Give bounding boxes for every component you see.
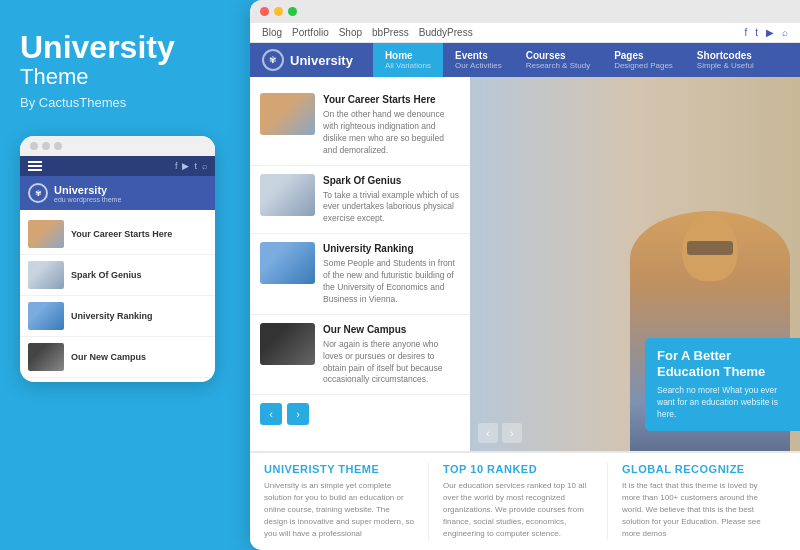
nav-sub-pages: Designed Pages: [614, 61, 673, 70]
next-button[interactable]: ›: [287, 403, 309, 425]
nav-items: Home All Variations Events Our Activitie…: [373, 43, 766, 77]
nav-label-shortcodes: Shortcodes: [697, 50, 754, 61]
bottom-text-3: It is the fact that this theme is loved …: [622, 480, 772, 540]
mobile-dot-red: [30, 142, 38, 150]
mobile-article-list: Your Career Starts Here Spark Of Genius …: [20, 210, 215, 382]
hero-card: For A Better Education Theme Search no m…: [645, 338, 800, 431]
utility-link-portfolio[interactable]: Portfolio: [292, 27, 329, 38]
article-text-1: Your Career Starts Here On the other han…: [323, 93, 460, 157]
nav-item-home[interactable]: Home All Variations: [373, 43, 443, 77]
article-title-1: Your Career Starts Here: [323, 93, 460, 106]
utility-nav-links: Blog Portfolio Shop bbPress BuddyPress: [262, 27, 473, 38]
nav-logo-area: ✾ University: [262, 43, 353, 77]
prev-button[interactable]: ‹: [260, 403, 282, 425]
mobile-item-title-1: Your Career Starts Here: [71, 229, 172, 241]
article-list: Your Career Starts Here On the other han…: [250, 77, 470, 451]
nav-item-courses[interactable]: Courses Research & Study: [514, 43, 602, 77]
article-desc-1: On the other hand we denounce with right…: [323, 109, 460, 157]
main-navigation: ✾ University Home All Variations Events …: [250, 43, 800, 77]
utility-link-blog[interactable]: Blog: [262, 27, 282, 38]
mobile-item-title-2: Spark Of Genius: [71, 270, 142, 282]
utility-twitter-icon[interactable]: t: [755, 27, 758, 38]
mobile-item-title-3: University Ranking: [71, 311, 153, 323]
mobile-browser-bar: [20, 136, 215, 156]
main-content-area: Your Career Starts Here On the other han…: [250, 77, 800, 451]
desktop-mockup: Blog Portfolio Shop bbPress BuddyPress f…: [250, 0, 800, 550]
browser-chrome: [250, 0, 800, 23]
article-thumb-3: [260, 242, 315, 284]
browser-maximize-dot[interactable]: [288, 7, 297, 16]
hero-card-text: Search no more! What you ever want for a…: [657, 385, 788, 421]
hero-area: For A Better Education Theme Search no m…: [470, 77, 800, 451]
article-item-2: Spark Of Genius To take a trivial exampl…: [250, 166, 470, 235]
mobile-social-icons: f ▶ t ⌕: [175, 161, 207, 171]
brand-subtitle-text: Theme: [20, 65, 220, 89]
mobile-nav-bar: f ▶ t ⌕: [20, 156, 215, 176]
mobile-logo-area: University edu wordpress theme: [54, 184, 121, 203]
article-item-4: Our New Campus Nor again is there anyone…: [250, 315, 470, 396]
article-text-4: Our New Campus Nor again is there anyone…: [323, 323, 460, 387]
article-thumb-1: [260, 93, 315, 135]
mobile-logo-icon: ✾: [28, 183, 48, 203]
utility-link-buddypress[interactable]: BuddyPress: [419, 27, 473, 38]
mobile-dot-green: [54, 142, 62, 150]
mobile-thumb-1: [28, 220, 64, 248]
browser-close-dot[interactable]: [260, 7, 269, 16]
nav-sub-courses: Research & Study: [526, 61, 590, 70]
utility-social-icons: f t ▶ ⌕: [744, 27, 788, 38]
bottom-text-2: Our education services ranked top 10 all…: [443, 480, 593, 540]
utility-facebook-icon[interactable]: f: [744, 27, 747, 38]
nav-item-events[interactable]: Events Our Activities: [443, 43, 514, 77]
nav-label-pages: Pages: [614, 50, 673, 61]
byline-text: By CactusThemes: [20, 95, 220, 110]
list-item: University Ranking: [20, 296, 215, 337]
brand-title: University Theme By CactusThemes: [20, 30, 220, 110]
twitter-icon[interactable]: t: [194, 161, 197, 171]
mobile-logo-bar: ✾ University edu wordpress theme: [20, 176, 215, 210]
nav-item-pages[interactable]: Pages Designed Pages: [602, 43, 685, 77]
mobile-logo-sub: edu wordpress theme: [54, 196, 121, 203]
bottom-title-3: GLOBAL RECOGNIZE: [622, 463, 772, 475]
article-desc-3: Some People and Students in front of the…: [323, 258, 460, 306]
search-icon[interactable]: ⌕: [202, 161, 207, 171]
nav-label-home: Home: [385, 50, 431, 61]
nav-sub-events: Our Activities: [455, 61, 502, 70]
nav-item-shortcodes[interactable]: Shortcodes Simple & Useful: [685, 43, 766, 77]
nav-sub-home: All Variations: [385, 61, 431, 70]
utility-link-shop[interactable]: Shop: [339, 27, 362, 38]
mobile-thumb-2: [28, 261, 64, 289]
article-title-4: Our New Campus: [323, 323, 460, 336]
article-text-2: Spark Of Genius To take a trivial exampl…: [323, 174, 460, 226]
hamburger-icon[interactable]: [28, 161, 42, 171]
brand-title-text: University: [20, 30, 220, 65]
list-item: Your Career Starts Here: [20, 214, 215, 255]
article-desc-4: Nor again is there anyone who loves or p…: [323, 339, 460, 387]
mobile-thumb-4: [28, 343, 64, 371]
article-desc-2: To take a trivial example which of us ev…: [323, 190, 460, 226]
nav-logo-text: University: [290, 53, 353, 68]
article-text-3: University Ranking Some People and Stude…: [323, 242, 460, 306]
article-item-3: University Ranking Some People and Stude…: [250, 234, 470, 315]
nav-sub-shortcodes: Simple & Useful: [697, 61, 754, 70]
bottom-title-2: TOP 10 RANKED: [443, 463, 593, 475]
bottom-section: UNIVERISTY THEME University is an simple…: [250, 451, 800, 550]
nav-label-courses: Courses: [526, 50, 590, 61]
hero-prev-arrow[interactable]: ‹: [478, 423, 498, 443]
nav-logo-icon: ✾: [262, 49, 284, 71]
bottom-title-1: UNIVERISTY THEME: [264, 463, 414, 475]
mobile-logo-text: University: [54, 184, 121, 196]
bottom-col-3: GLOBAL RECOGNIZE It is the fact that thi…: [607, 463, 786, 540]
article-item-1: Your Career Starts Here On the other han…: [250, 85, 470, 166]
youtube-icon[interactable]: ▶: [182, 161, 189, 171]
article-title-3: University Ranking: [323, 242, 460, 255]
facebook-icon[interactable]: f: [175, 161, 178, 171]
browser-minimize-dot[interactable]: [274, 7, 283, 16]
utility-search-icon[interactable]: ⌕: [782, 27, 788, 38]
utility-link-bbpress[interactable]: bbPress: [372, 27, 409, 38]
left-panel: University Theme By CactusThemes f ▶ t ⌕…: [0, 0, 240, 550]
article-thumb-4: [260, 323, 315, 365]
utility-youtube-icon[interactable]: ▶: [766, 27, 774, 38]
mobile-thumb-3: [28, 302, 64, 330]
hero-next-arrow[interactable]: ›: [502, 423, 522, 443]
list-item: Our New Campus: [20, 337, 215, 378]
